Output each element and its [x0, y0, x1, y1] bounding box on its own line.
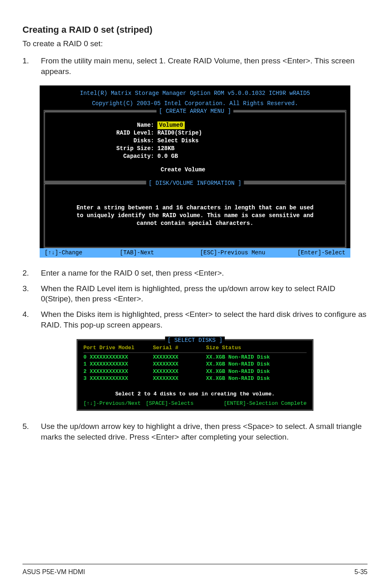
step-number: 4.: [22, 309, 41, 330]
bios-create-array-screen: Intel(R) Matrix Storage Manager Option R…: [40, 85, 350, 258]
step-number: 1.: [22, 56, 41, 76]
footer-page-number: 5-35: [354, 568, 368, 576]
field-label-strip-size: Strip Size:: [53, 145, 157, 153]
disk-status: XX.XGB Non-RAID Disk: [206, 361, 307, 368]
disk-model: 3 XXXXXXXXXXXX: [83, 375, 153, 382]
step-1: 1. From the utility main menu, select 1.…: [22, 56, 368, 76]
select-disks-popup: [ SELECT DISKS ] Port Drive Model Serial…: [76, 339, 314, 411]
disk-model: 1 XXXXXXXXXXXX: [83, 361, 153, 368]
step-body: When the Disks item is highlighted, pres…: [41, 309, 368, 330]
disk-volume-info-banner: [ DISK/VOLUME INFORMATION ]: [44, 182, 346, 184]
key-change: [↑↓]-Change: [45, 249, 120, 257]
field-value-strip-size[interactable]: 128KB: [157, 145, 175, 153]
disk-status: XX.XGB Non-RAID Disk: [206, 368, 307, 375]
field-label-raid-level: RAID Level:: [53, 129, 157, 137]
step-body: From the utility main menu, select 1. Cr…: [41, 56, 368, 76]
step-5: 5. Use the up/down arrow key to highligh…: [22, 421, 368, 442]
disk-status: XX.XGB Non-RAID Disk: [206, 354, 307, 361]
step-body: Use the up/down arrow key to highlight a…: [41, 421, 368, 442]
disk-row[interactable]: 1 XXXXXXXXXXXX XXXXXXXX XX.XGB Non-RAID …: [83, 361, 307, 368]
col-size-status: Size Status: [206, 344, 307, 352]
select-disks-message: Select 2 to 4 disks to use in creating t…: [83, 391, 307, 398]
field-value-name[interactable]: Volume0: [157, 121, 185, 129]
create-array-banner: [ CREATE ARRAY MENU ]: [44, 110, 346, 112]
disk-row[interactable]: 0 XXXXXXXXXXXX XXXXXXXX XX.XGB Non-RAID …: [83, 354, 307, 361]
step-2: 2. Enter a name for the RAID 0 set, then…: [22, 268, 368, 278]
disk-row[interactable]: 3 XXXXXXXXXXXX XXXXXXXX XX.XGB Non-RAID …: [83, 375, 307, 382]
disk-table-header: Port Drive Model Serial # Size Status: [83, 344, 307, 353]
bios-title-line-1: Intel(R) Matrix Storage Manager Option R…: [40, 90, 350, 100]
disk-serial: XXXXXXXX: [153, 368, 206, 375]
info-line-2: to uniquely identify the RAID volume. Th…: [53, 212, 337, 220]
step-4: 4. When the Disks item is highlighted, p…: [22, 309, 368, 330]
disk-serial: XXXXXXXX: [153, 375, 206, 382]
key-prev-next: [↑↓]-Previous/Next: [83, 400, 141, 407]
create-volume-action[interactable]: Create Volume: [53, 166, 337, 174]
disk-row[interactable]: 2 XXXXXXXXXXXX XXXXXXXX XX.XGB Non-RAID …: [83, 368, 307, 375]
field-label-name: Name:: [53, 121, 157, 129]
step-number: 5.: [22, 421, 41, 442]
bios-footer-keys: [↑↓]-Change [TAB]-Next [ESC]-Previous Me…: [40, 248, 350, 258]
disk-serial: XXXXXXXX: [153, 354, 206, 361]
field-label-disks: Disks:: [53, 137, 157, 145]
disk-volume-info-banner-label: [ DISK/VOLUME INFORMATION ]: [146, 180, 244, 187]
step-3: 3. When the RAID Level item is highlight…: [22, 283, 368, 304]
step-number: 3.: [22, 283, 41, 304]
create-array-banner-label: [ CREATE ARRAY MENU ]: [157, 108, 233, 115]
key-next: [TAB]-Next: [120, 249, 195, 257]
key-previous-menu: [ESC]-Previous Menu: [195, 249, 270, 257]
step-body: When the RAID Level item is highlighted,…: [41, 283, 368, 304]
page-footer: ASUS P5E-VM HDMI 5-35: [22, 564, 368, 576]
disk-model: 2 XXXXXXXXXXXX: [83, 368, 153, 375]
create-array-fields: Name: Volume0 RAID Level: RAID0(Stripe) …: [44, 112, 346, 182]
field-label-capacity: Capacity:: [53, 153, 157, 160]
info-line-1: Enter a string between 1 and 16 characte…: [53, 204, 337, 212]
key-enter-complete: [ENTER]-Selection Complete: [198, 400, 307, 407]
key-select: [Enter]-Select: [270, 249, 345, 257]
key-space-select: [SPACE]-Selects: [146, 400, 193, 407]
disk-status: XX.XGB Non-RAID Disk: [206, 375, 307, 382]
info-line-3: cannot contain special characters.: [53, 220, 337, 227]
disk-serial: XXXXXXXX: [153, 361, 206, 368]
footer-product: ASUS P5E-VM HDMI: [22, 568, 85, 576]
intro-text: To create a RAID 0 set:: [22, 39, 368, 48]
disk-model: 0 XXXXXXXXXXXX: [83, 354, 153, 361]
section-heading: Creating a RAID 0 set (striped): [22, 25, 368, 35]
col-drive-model: Port Drive Model: [83, 344, 153, 352]
step-body: Enter a name for the RAID 0 set, then pr…: [41, 268, 368, 278]
field-value-disks[interactable]: Select Disks: [157, 137, 199, 145]
field-value-raid-level[interactable]: RAID0(Stripe): [157, 129, 202, 137]
col-serial: Serial #: [153, 344, 206, 352]
disk-volume-info-box: Enter a string between 1 and 16 characte…: [44, 184, 346, 248]
field-value-capacity[interactable]: 0.0 GB: [157, 153, 178, 160]
select-disks-title: [ SELECT DISKS ]: [165, 337, 225, 344]
step-number: 2.: [22, 268, 41, 278]
select-disks-keys: [↑↓]-Previous/Next [SPACE]-Selects [ENTE…: [83, 397, 307, 407]
